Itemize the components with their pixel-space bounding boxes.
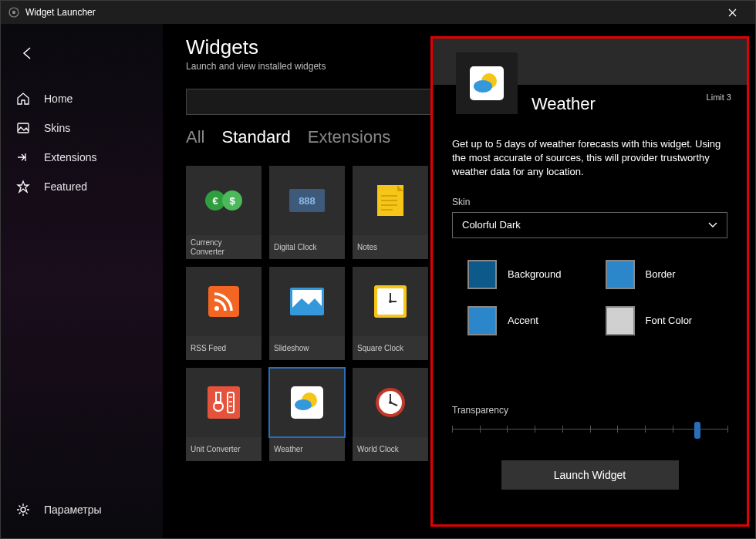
home-icon: [16, 92, 30, 106]
sidebar-item-featured[interactable]: Featured: [1, 172, 163, 201]
transparency-slider[interactable]: [452, 422, 727, 437]
svg-point-31: [474, 80, 492, 93]
widget-card-square-clock[interactable]: Square Clock: [353, 267, 428, 360]
sidebar-item-label: Extensions: [44, 151, 96, 163]
font-color-swatch[interactable]: [606, 306, 635, 335]
color-label: Font Color: [646, 315, 693, 326]
sidebar-item-label: Параметры: [44, 504, 102, 516]
launch-widget-button[interactable]: Launch Widget: [501, 460, 679, 490]
color-label: Accent: [508, 315, 538, 326]
widget-label: World Clock: [353, 437, 428, 461]
sidebar-item-skins[interactable]: Skins: [1, 113, 163, 143]
svg-point-13: [214, 306, 219, 311]
back-button[interactable]: [12, 38, 43, 69]
widget-card-notes[interactable]: Notes: [353, 166, 428, 259]
sidebar-item-label: Featured: [44, 180, 87, 193]
widget-card-digital-clock[interactable]: 888 Digital Clock: [269, 166, 345, 259]
widget-label: Unit Converter: [186, 437, 262, 461]
widget-label: RSS Feed: [186, 336, 262, 360]
extensions-icon: [16, 150, 30, 164]
svg-text:$: $: [229, 195, 235, 207]
widget-card-world-clock[interactable]: World Clock: [353, 368, 428, 461]
svg-rect-12: [208, 286, 239, 317]
panel-limit: Limit 3: [707, 93, 731, 102]
skin-select[interactable]: Colorful Dark: [452, 212, 727, 238]
gear-icon: [16, 503, 30, 517]
sidebar-item-label: Skins: [44, 122, 70, 134]
color-label: Border: [646, 268, 676, 280]
svg-rect-19: [208, 386, 240, 419]
border-color-swatch[interactable]: [606, 260, 635, 289]
detail-panel: Weather Limit 3 Get up to 5 days of weat…: [430, 36, 749, 527]
widget-card-unit-converter[interactable]: Unit Converter: [186, 368, 262, 461]
transparency-label: Transparency: [452, 405, 727, 416]
star-icon: [16, 180, 30, 194]
widget-label: Currency Converter: [186, 235, 262, 259]
widget-label: Notes: [353, 235, 428, 259]
panel-title: Weather: [532, 94, 596, 114]
sidebar: Home Skins Extensions Featured: [1, 24, 163, 538]
accent-color-swatch[interactable]: [467, 306, 497, 335]
weather-icon: [470, 66, 504, 100]
widget-card-currency[interactable]: €$ Currency Converter: [186, 166, 262, 259]
background-color-swatch[interactable]: [467, 260, 497, 289]
widget-label: Digital Clock: [269, 235, 345, 259]
slider-thumb[interactable]: [694, 422, 700, 439]
svg-point-25: [295, 399, 312, 410]
svg-rect-2: [18, 123, 29, 133]
panel-widget-icon-box: [456, 52, 518, 114]
tab-extensions[interactable]: Extensions: [308, 127, 391, 149]
sidebar-item-home[interactable]: Home: [1, 84, 163, 113]
skin-label: Skin: [452, 197, 727, 207]
sidebar-item-extensions[interactable]: Extensions: [1, 143, 163, 172]
widget-label: Weather: [269, 437, 345, 461]
titlebar: Widget Launcher: [1, 1, 755, 24]
chevron-down-icon: [708, 219, 717, 231]
widget-label: Slideshow: [269, 336, 345, 360]
svg-point-1: [12, 11, 15, 14]
svg-point-3: [21, 507, 25, 512]
skins-icon: [16, 121, 30, 135]
svg-text:€: €: [212, 195, 218, 207]
sidebar-item-settings[interactable]: Параметры: [1, 495, 163, 524]
widget-card-weather[interactable]: Weather: [269, 368, 345, 461]
widget-card-rss[interactable]: RSS Feed: [186, 267, 262, 360]
tab-all[interactable]: All: [186, 127, 204, 149]
tab-standard[interactable]: Standard: [221, 127, 290, 149]
svg-text:888: 888: [299, 195, 316, 207]
titlebar-title: Widget Launcher: [25, 7, 96, 18]
widget-card-slideshow[interactable]: Slideshow: [269, 267, 345, 360]
color-label: Background: [508, 268, 561, 280]
sidebar-item-label: Home: [44, 93, 73, 105]
app-icon: [8, 7, 19, 18]
close-button[interactable]: [717, 1, 748, 24]
widget-label: Square Clock: [353, 336, 428, 360]
panel-description: Get up to 5 days of weather forecasts wi…: [452, 137, 727, 180]
skin-select-value: Colorful Dark: [462, 219, 521, 231]
